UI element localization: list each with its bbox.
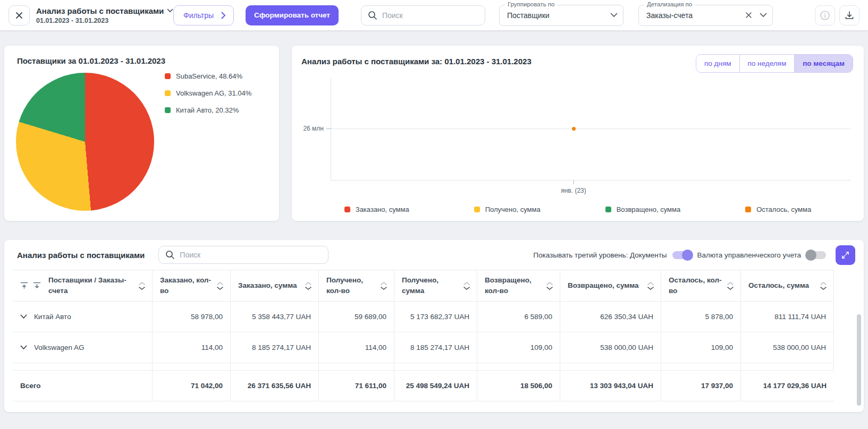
column-header-suppliers[interactable]: Поставщики / Заказы-счета [13,270,153,302]
search-icon [368,11,377,20]
generate-report-button[interactable]: Сформировать отчет [246,5,339,25]
table-vertical-scrollbar[interactable] [857,314,861,406]
fullscreen-icon [841,251,850,260]
sort-icon [138,281,146,290]
column-header-returned-qty[interactable]: Возвращено, кол-во [477,270,560,302]
partial-row-cell [661,363,741,371]
detail-by-select[interactable]: Детализация по Заказы-счета [638,5,773,26]
pie-chart[interactable] [16,73,154,211]
table-search-input[interactable] [180,251,322,259]
partial-row-cell [13,363,153,371]
chart-legend-item[interactable]: Возвращено, сумма [605,205,680,213]
close-icon [15,12,23,19]
fullscreen-button[interactable] [836,245,855,265]
table-cell: 538 000,00 UAH [560,332,661,363]
column-header-ordered-qty[interactable]: Заказано, кол-во [153,270,231,302]
column-header-ordered-sum[interactable]: Заказано, сумма [231,270,319,302]
report-title-row[interactable]: Анализ работы с поставщиками [36,6,173,15]
pie-legend-item[interactable]: SubaService, 48.64% [165,72,251,80]
chart-legend-item[interactable]: Заказано, сумма [344,205,409,213]
sort-icon [546,281,553,290]
analysis-chart-card: Анализ работы с поставщиками за: 01.01.2… [292,46,864,221]
suppliers-table: Поставщики / Заказы-счета Заказано, кол-… [13,270,834,401]
total-cell: 14 177 029,36 UAH [741,371,834,401]
chart-legend-item[interactable]: Получено, сумма [474,205,541,213]
column-header-label: Возвращено, сумма [568,280,639,291]
tab-by-days[interactable]: по дням [696,55,740,72]
collapse-all-icon[interactable] [33,282,41,289]
legend-label: Возвращено, сумма [617,205,680,213]
legend-swatch [745,207,751,212]
column-header-label: Осталось, сумма [748,280,809,291]
clear-icon[interactable] [745,12,752,19]
table-title: Анализ работы с поставщиками [17,251,145,260]
tab-by-months[interactable]: по месяцам [795,55,853,72]
total-cell: 71 042,00 [153,371,231,401]
row-expand-chevron-icon[interactable] [20,345,27,350]
download-icon [845,11,854,20]
info-button[interactable] [815,5,835,25]
pie-legend: SubaService, 48.64% Volkswagen AG, 31.04… [165,72,251,114]
data-point[interactable] [572,127,576,131]
chart-plot-area: 26 млн янв. (23) [331,79,851,181]
third-level-toggle-label: Показывать третий уровень: Документы [533,251,667,259]
legend-label: Получено, сумма [485,205,541,213]
table-row-supplier-cell[interactable]: Volkswagen AG [13,332,153,363]
chart-card-title: Анализ работы с поставщиками за: 01.01.2… [301,57,532,66]
group-by-value: Поставщики [507,11,550,20]
search-input[interactable] [382,11,478,20]
legend-label: Китай Авто, 20.32% [176,106,239,114]
row-expand-chevron-icon[interactable] [20,314,27,319]
column-header-received-sum[interactable]: Получено, сумма [394,270,477,302]
legend-swatch [165,107,171,113]
legend-swatch [165,90,171,96]
total-cell: 25 498 549,24 UAH [394,371,477,401]
partial-row-cell [153,363,231,371]
sort-icon [727,281,734,290]
total-cell: 71 611,00 [319,371,394,401]
tab-by-weeks[interactable]: по неделям [740,55,795,72]
legend-swatch [605,207,611,212]
pie-card-title: Поставщики за 01.01.2023 - 31.01.2023 [17,56,165,65]
column-header-label: Возвращено, кол-во [485,275,543,296]
partial-row-cell [477,363,560,371]
table-cell: 626 350,34 UAH [560,302,661,332]
dashboard-page: Анализ работы с поставщиками 01.01.2023 … [0,0,868,429]
toggle-knob [682,250,693,261]
sort-icon [647,281,654,290]
partial-row-cell [231,363,319,371]
table-row-supplier-cell[interactable]: Китай Авто [13,302,153,332]
download-button[interactable] [839,5,859,25]
partial-row-cell [319,363,394,371]
column-header-remaining-qty[interactable]: Осталось, кол-во [661,270,741,302]
sort-icon [463,281,470,290]
column-header-returned-sum[interactable]: Возвращено, сумма [560,270,661,302]
table-toolbar-right: Показывать третий уровень: Документы Вал… [533,245,855,265]
group-by-select[interactable]: Группировать по Поставщики [499,5,623,26]
legend-label: Заказано, сумма [356,205,409,213]
legend-label: Volkswagen AG, 31.04% [176,89,251,97]
third-level-toggle[interactable] [672,251,692,259]
currency-toggle[interactable] [806,251,826,259]
chevron-down-icon [167,8,173,13]
close-button[interactable] [9,5,30,25]
table-cell: 59 689,00 [319,302,394,332]
column-header-label: Получено, кол-во [326,275,377,296]
pie-legend-item[interactable]: Китай Авто, 20.32% [165,106,251,114]
chevron-down-icon[interactable] [760,13,767,18]
chevron-down-icon[interactable] [610,13,618,18]
table-cell: 5 173 682,37 UAH [394,302,477,332]
table-cell: 114,00 [319,332,394,363]
chart-legend-item[interactable]: Осталось, сумма [745,205,811,213]
column-header-received-qty[interactable]: Получено, кол-во [319,270,394,302]
pie-legend-item[interactable]: Volkswagen AG, 31.04% [165,89,251,97]
expand-all-icon[interactable] [20,282,28,289]
column-header-remaining-sum[interactable]: Осталось, сумма [741,270,834,302]
column-header-label: Осталось, кол-во [669,275,723,296]
suppliers-pie-card: Поставщики за 01.01.2023 - 31.01.2023 Su… [4,46,279,221]
partial-row-cell [394,363,477,371]
legend-swatch [344,207,350,212]
filters-button[interactable]: Фильтры [173,5,234,25]
table-cell: 109,00 [477,332,560,363]
chart-legend: Заказано, сумма Получено, сумма Возвраще… [292,205,864,213]
